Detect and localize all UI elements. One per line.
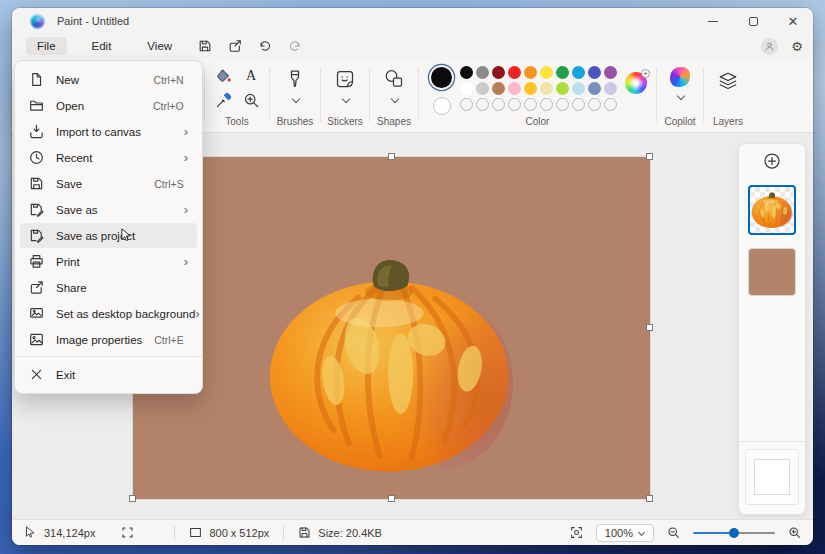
layer-thumbnail-background-color[interactable] (748, 248, 796, 296)
magnifier-tool-button[interactable] (243, 92, 260, 109)
chevron-down-icon[interactable] (677, 93, 684, 100)
edit-colors-button[interactable]: + (625, 72, 647, 94)
canvas-background-thumbnail (754, 459, 790, 495)
menu-item-shortcut: Ctrl+E (154, 334, 183, 346)
color-swatch[interactable] (524, 82, 537, 95)
color-swatch[interactable] (460, 66, 473, 79)
color-swatch[interactable] (508, 82, 521, 95)
color-swatch[interactable] (604, 82, 617, 95)
file-menu-item[interactable]: Save as › (20, 197, 197, 222)
account-icon[interactable] (761, 38, 778, 55)
file-menu-item[interactable]: Open Ctrl+O › (20, 93, 197, 118)
color-swatch-empty[interactable] (572, 98, 585, 111)
eyedropper-tool-button[interactable] (215, 92, 232, 109)
color-swatch[interactable] (540, 66, 553, 79)
zoom-in-button[interactable] (788, 526, 801, 539)
file-menu-item[interactable]: Image properties Ctrl+E › (20, 327, 197, 352)
canvas-background-thumb-button[interactable] (745, 449, 799, 505)
file-menu-item[interactable]: Recent › (20, 145, 197, 170)
color-swatch[interactable] (476, 82, 489, 95)
layer-thumbnail-pumpkin[interactable] (748, 185, 796, 235)
color-swatch[interactable] (604, 66, 617, 79)
settings-gear-icon[interactable]: ⚙ (791, 40, 803, 53)
file-menu-item[interactable]: Set as desktop background › (20, 301, 197, 326)
resize-handle-bottom-center[interactable] (388, 495, 395, 502)
color-swatch[interactable] (572, 66, 585, 79)
cursor-position-value: 314,124px (44, 527, 95, 539)
layers-icon (717, 70, 739, 92)
color-swatch-empty[interactable] (556, 98, 569, 111)
color-swatch[interactable] (492, 66, 505, 79)
color-swatch[interactable] (524, 66, 537, 79)
redo-button[interactable] (287, 38, 303, 54)
layers-group[interactable]: Layers (704, 58, 752, 132)
color-group: + Color (419, 58, 656, 132)
chevron-down-icon[interactable] (342, 96, 349, 103)
pumpkin-painting (266, 252, 516, 476)
color-swatch-empty[interactable] (524, 98, 537, 111)
drawing-canvas[interactable] (133, 157, 650, 499)
color-swatch[interactable] (492, 82, 505, 95)
color-swatch-empty[interactable] (492, 98, 505, 111)
color-swatch-empty[interactable] (588, 98, 601, 111)
color-swatch-empty[interactable] (476, 98, 489, 111)
tools-label: Tools (205, 116, 269, 127)
zoom-slider[interactable] (693, 527, 775, 539)
menubar-item[interactable]: Edit (81, 37, 123, 55)
file-menu-item[interactable]: Print › (20, 249, 197, 274)
add-layer-button[interactable] (761, 150, 783, 172)
chevron-down-icon[interactable] (391, 96, 398, 103)
color-swatch[interactable] (572, 82, 585, 95)
canvas-size-icon (189, 526, 202, 539)
color-swatch-empty[interactable] (460, 98, 473, 111)
minimize-button[interactable] (693, 8, 733, 34)
color-swatch[interactable] (508, 66, 521, 79)
color-swatch[interactable] (540, 82, 553, 95)
file-menu-item[interactable]: Share › (20, 275, 197, 300)
menubar-item[interactable]: View (136, 37, 183, 55)
menubar-item[interactable]: File (26, 37, 67, 55)
shapes-group[interactable]: Shapes (370, 58, 418, 132)
zoom-slider-thumb[interactable] (729, 528, 739, 538)
color-swatch-empty[interactable] (540, 98, 553, 111)
stickers-group[interactable]: Stickers (321, 58, 369, 132)
share-quick-button[interactable] (227, 38, 243, 54)
file-menu-item[interactable]: Save as project › (20, 223, 197, 248)
file-menu-item[interactable]: Exit › (20, 362, 197, 387)
fill-tool-button[interactable] (215, 68, 232, 85)
file-size-value: Size: 20.4KB (318, 527, 382, 539)
color-swatch[interactable] (588, 82, 601, 95)
undo-button[interactable] (257, 38, 273, 54)
chevron-down-icon[interactable] (292, 96, 299, 103)
menu-item-icon (29, 332, 44, 347)
file-menu-item[interactable]: New Ctrl+N › (20, 67, 197, 92)
file-menu-item[interactable]: Save Ctrl+S › (20, 171, 197, 196)
color-swatch-empty[interactable] (604, 98, 617, 111)
color-swatch[interactable] (588, 66, 601, 79)
resize-handle-bottom-right[interactable] (646, 495, 653, 502)
color-swatch[interactable] (556, 82, 569, 95)
save-quick-button[interactable] (197, 38, 213, 54)
primary-color-swatch[interactable] (431, 67, 452, 88)
zoom-out-button[interactable] (667, 526, 680, 539)
menu-item-label: Print (56, 256, 184, 268)
secondary-color-swatch[interactable] (433, 97, 451, 115)
resize-handle-top-center[interactable] (388, 153, 395, 160)
resize-handle-top-right[interactable] (646, 153, 653, 160)
paint-app-icon (30, 14, 45, 29)
resize-handle-right-center[interactable] (646, 324, 653, 331)
brushes-group[interactable]: Brushes (270, 58, 320, 132)
copilot-group[interactable]: Copilot (657, 58, 703, 132)
color-swatch-empty[interactable] (508, 98, 521, 111)
color-swatch[interactable] (460, 82, 473, 95)
file-menu-item[interactable]: Import to canvas › (20, 119, 197, 144)
color-swatch[interactable] (556, 66, 569, 79)
fit-to-screen-button[interactable] (570, 526, 583, 539)
color-swatch[interactable] (476, 66, 489, 79)
resize-handle-bottom-left[interactable] (129, 495, 136, 502)
text-tool-button[interactable]: A (246, 68, 256, 84)
zoom-level-dropdown[interactable]: 100% (596, 524, 654, 542)
maximize-button[interactable] (733, 8, 773, 34)
close-button[interactable]: ✕ (773, 8, 813, 34)
quick-actions (197, 38, 303, 54)
